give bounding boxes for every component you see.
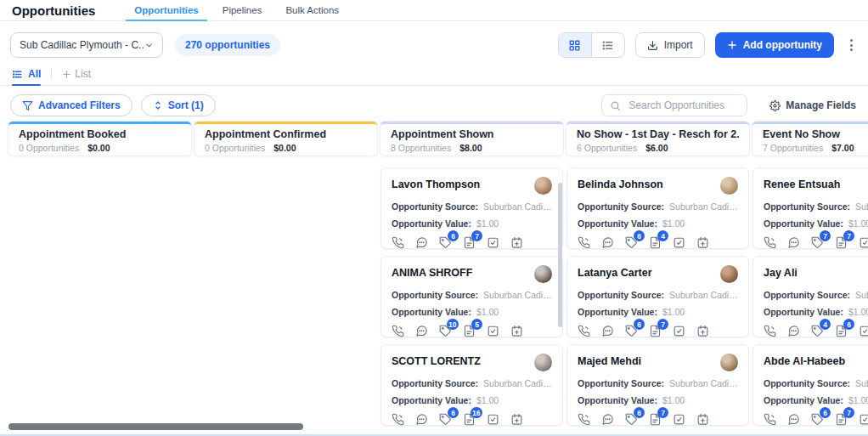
notes-icon[interactable]: 7 <box>835 236 848 250</box>
message-icon[interactable] <box>787 325 801 338</box>
tags-icon[interactable]: 6 <box>625 413 639 427</box>
grid-view-button[interactable] <box>559 33 591 57</box>
tasks-icon[interactable] <box>859 413 868 427</box>
source-label: Opportunity Source: <box>392 378 478 388</box>
tasks-icon[interactable] <box>673 325 686 338</box>
value-amount: $1.00 <box>848 307 868 317</box>
horizontal-scrollbar[interactable] <box>8 423 303 430</box>
add-opportunity-label: Add opportunity <box>743 39 822 51</box>
call-icon[interactable] <box>764 413 777 427</box>
calendar-icon[interactable] <box>510 325 524 338</box>
opportunity-card[interactable]: Renee Entsuah Opportunity Source: Suburb… <box>752 167 868 249</box>
tab-all[interactable]: All <box>12 63 41 85</box>
list-view-button[interactable] <box>591 33 624 57</box>
opportunity-card[interactable]: Majed Mehdi Opportunity Source: Suburban… <box>566 344 749 426</box>
source-label: Opportunity Source: <box>392 201 478 212</box>
opportunity-card[interactable]: SCOTT LORENTZ Opportunity Source: Suburb… <box>380 344 563 426</box>
source-value: Suburban Cadillac of Ply... <box>669 378 738 388</box>
call-icon[interactable] <box>578 236 591 250</box>
sort-button[interactable]: Sort (1) <box>141 94 216 116</box>
search-icon <box>610 100 621 111</box>
column-value: $8.00 <box>459 143 482 153</box>
message-icon[interactable] <box>787 413 801 427</box>
tags-icon[interactable]: 6 <box>625 325 639 338</box>
source-label: Opportunity Source: <box>578 201 664 212</box>
tasks-icon[interactable] <box>487 236 500 250</box>
tags-icon[interactable]: 10 <box>439 325 453 338</box>
column-header: Appointment Shown 8 Opportunities $8.00 <box>380 122 563 156</box>
add-list-button[interactable]: List <box>62 63 91 85</box>
call-icon[interactable] <box>392 236 405 250</box>
tasks-icon[interactable] <box>487 413 500 427</box>
notes-icon[interactable]: 7 <box>649 325 662 338</box>
manage-fields-button[interactable]: Manage Fields <box>769 99 856 111</box>
calendar-icon[interactable] <box>696 236 710 250</box>
tags-icon[interactable]: 6 <box>811 413 825 427</box>
top-header: Opportunities Opportunities Pipelines Bu… <box>0 0 868 21</box>
opportunity-card[interactable]: Lavon Thompson Opportunity Source: Subur… <box>380 167 563 249</box>
opportunity-name: Latanya Carter <box>578 267 652 279</box>
opportunity-card[interactable]: Belinda Johnson Opportunity Source: Subu… <box>566 167 749 249</box>
tags-icon[interactable]: 6 <box>439 413 453 427</box>
call-icon[interactable] <box>764 325 777 338</box>
call-icon[interactable] <box>578 325 591 338</box>
notes-icon[interactable]: 16 <box>463 413 476 427</box>
tab-opportunities[interactable]: Opportunities <box>122 0 210 20</box>
notes-icon[interactable]: 4 <box>649 236 662 250</box>
opportunity-card[interactable]: Latanya Carter Opportunity Source: Subur… <box>566 256 749 337</box>
tags-icon[interactable]: 4 <box>811 325 825 338</box>
source-label: Opportunity Source: <box>578 378 664 388</box>
value-amount: $1.00 <box>476 307 499 317</box>
tasks-icon[interactable] <box>859 325 868 338</box>
tags-icon[interactable]: 6 <box>625 236 639 250</box>
column-title: Appointment Confirmed <box>205 128 367 140</box>
notes-icon[interactable]: 5 <box>463 325 476 338</box>
message-icon[interactable] <box>415 236 429 250</box>
source-value: Suburban Cadillac of Ply... <box>669 201 738 212</box>
message-icon[interactable] <box>787 236 801 250</box>
column-title: Event No Show <box>763 128 868 140</box>
calendar-icon[interactable] <box>510 413 524 427</box>
message-icon[interactable] <box>601 325 615 338</box>
call-icon[interactable] <box>764 236 777 250</box>
advanced-filters-button[interactable]: Advanced Filters <box>10 94 132 116</box>
message-icon[interactable] <box>415 325 429 338</box>
tasks-icon[interactable] <box>673 236 686 250</box>
opportunity-name: Abde Al-Habeeb <box>764 355 845 367</box>
notes-icon[interactable]: 6 <box>835 325 848 338</box>
import-button[interactable]: Import <box>635 32 705 58</box>
tasks-icon[interactable] <box>673 413 686 427</box>
search-input[interactable] <box>627 99 739 112</box>
message-icon[interactable] <box>601 413 615 427</box>
value-label: Opportunity Value: <box>764 395 843 405</box>
opportunity-card[interactable]: Abde Al-Habeeb Opportunity Source: Subur… <box>752 344 868 426</box>
call-icon[interactable] <box>392 325 405 338</box>
calendar-icon[interactable] <box>510 236 524 250</box>
tab-bulk-actions[interactable]: Bulk Actions <box>273 0 351 20</box>
notes-icon[interactable]: 7 <box>463 236 476 250</box>
notes-icon[interactable]: 7 <box>835 413 848 427</box>
message-icon[interactable] <box>601 236 615 250</box>
opportunity-card[interactable]: Jay Ali Opportunity Source: Suburban Cad… <box>752 256 868 337</box>
column-vertical-scrollbar[interactable] <box>558 183 562 327</box>
column-header: Appointment Confirmed 0 Opportunities $0… <box>194 122 377 156</box>
add-opportunity-button[interactable]: Add opportunity <box>715 32 834 58</box>
calendar-icon[interactable] <box>696 325 710 338</box>
message-icon[interactable] <box>415 413 429 427</box>
notes-icon[interactable]: 7 <box>649 413 662 427</box>
tags-count-badge: 6 <box>634 230 645 241</box>
tags-icon[interactable]: 7 <box>811 236 825 250</box>
tasks-icon[interactable] <box>487 325 500 338</box>
column-count: 7 Opportunities <box>763 143 823 153</box>
more-options-button[interactable] <box>844 39 858 51</box>
call-icon[interactable] <box>392 413 405 427</box>
tags-icon[interactable]: 6 <box>439 236 453 250</box>
calendar-icon[interactable] <box>696 413 710 427</box>
source-value: Suburban Cadillac of Ply... <box>483 290 552 300</box>
opportunity-card[interactable]: ANIMA SHROFF Opportunity Source: Suburba… <box>380 256 563 337</box>
tasks-icon[interactable] <box>859 236 868 250</box>
tab-pipelines[interactable]: Pipelines <box>211 0 274 20</box>
opportunity-name: Belinda Johnson <box>578 178 663 190</box>
pipeline-selector-dropdown[interactable]: Sub Cadillac Plymouth - C... <box>10 32 163 58</box>
call-icon[interactable] <box>578 413 591 427</box>
